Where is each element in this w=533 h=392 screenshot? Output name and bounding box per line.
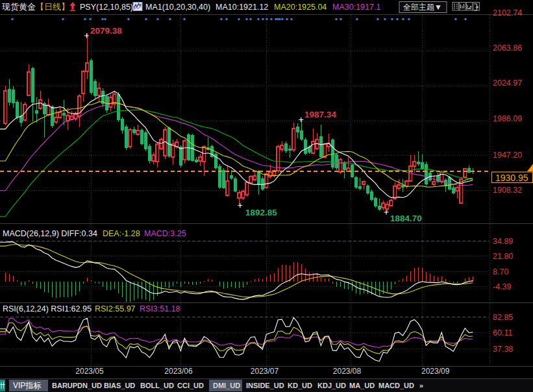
svg-text:MA20:1925.04: MA20:1925.04	[274, 3, 327, 12]
svg-text:MACD(26,12,9) DIFF:0.34: MACD(26,12,9) DIFF:0.34	[3, 229, 97, 238]
svg-text:34.89: 34.89	[493, 237, 513, 246]
svg-text:1986.09: 1986.09	[493, 114, 522, 123]
svg-text:1908.32: 1908.32	[493, 186, 522, 195]
svg-text:RSI(6,12,24) RSI1:62.95: RSI(6,12,24) RSI1:62.95	[3, 304, 92, 313]
svg-text:21.80: 21.80	[493, 252, 513, 261]
svg-text:MA_UD: MA_UD	[349, 382, 375, 389]
svg-text:8.70: 8.70	[493, 267, 508, 276]
svg-text:37.38: 37.38	[493, 345, 513, 354]
svg-text:2024.97: 2024.97	[493, 79, 522, 88]
svg-text:PSY(12,10,85): PSY(12,10,85)	[80, 3, 133, 12]
svg-text:2023/06: 2023/06	[164, 367, 193, 376]
svg-text:DMI_UD: DMI_UD	[213, 382, 240, 389]
svg-text:2023/07: 2023/07	[251, 367, 279, 376]
svg-text:»: »	[419, 382, 423, 389]
svg-text:2102.74: 2102.74	[493, 8, 522, 18]
svg-text:现货黄金【日线】: 现货黄金【日线】	[1, 2, 69, 12]
svg-text:1947.20: 1947.20	[493, 151, 522, 160]
svg-text:VIP指标: VIP指标	[13, 381, 42, 390]
svg-text:82.85: 82.85	[493, 313, 513, 322]
svg-text:1884.70: 1884.70	[390, 214, 422, 223]
svg-text:BARUPDN_UD: BARUPDN_UD	[52, 382, 102, 389]
svg-text:RSI2:55.97: RSI2:55.97	[95, 304, 136, 313]
svg-text:INSIDE_UD: INSIDE_UD	[246, 382, 284, 389]
svg-text:全部主题▼: 全部主题▼	[403, 3, 442, 12]
svg-text:1987.34: 1987.34	[304, 110, 336, 119]
svg-text:MA1(10,20,30,40): MA1(10,20,30,40)	[145, 3, 210, 12]
svg-text:2079.38: 2079.38	[90, 26, 122, 36]
svg-text:1892.85: 1892.85	[245, 208, 277, 217]
svg-text:1930.95: 1930.95	[495, 173, 528, 183]
svg-text:BOLL_UD: BOLL_UD	[140, 382, 174, 389]
svg-text:BIAS_UD: BIAS_UD	[104, 382, 135, 389]
svg-text:DEA:-1.28: DEA:-1.28	[103, 229, 140, 238]
svg-text:KD_UD: KD_UD	[288, 382, 312, 389]
svg-text:60.11: 60.11	[493, 328, 512, 337]
svg-text:RSI3:51.18: RSI3:51.18	[140, 304, 180, 313]
svg-text:CCI_UD: CCI_UD	[177, 382, 204, 389]
svg-text:KDJ_UD: KDJ_UD	[317, 382, 346, 389]
svg-text:MACD_UD: MACD_UD	[378, 382, 414, 389]
svg-text:2063.86: 2063.86	[493, 43, 522, 53]
svg-text:MACD:3.25: MACD:3.25	[144, 229, 186, 238]
svg-text:2023/05: 2023/05	[75, 367, 104, 376]
svg-text:2023/09: 2023/09	[421, 367, 450, 376]
svg-text:2023/08: 2023/08	[333, 367, 362, 376]
svg-text:-4.39: -4.39	[493, 282, 512, 291]
svg-text:MA30:1917.1: MA30:1917.1	[332, 3, 380, 12]
svg-text:MA10:1921.12: MA10:1921.12	[216, 3, 268, 12]
